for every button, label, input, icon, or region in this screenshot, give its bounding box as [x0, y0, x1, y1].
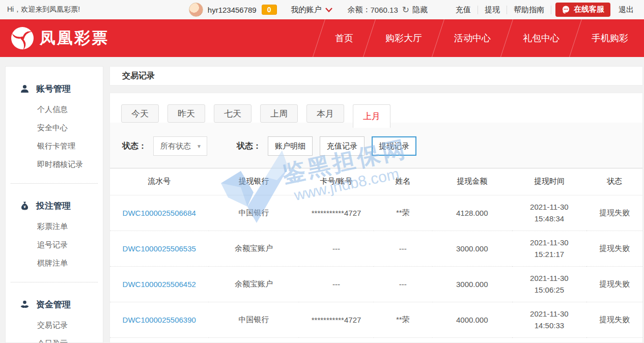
- table-row: DWC1000025506684 中国银行 ***********4727 **…: [110, 195, 642, 231]
- sidebar-section-title: 投注管理: [36, 200, 71, 212]
- bank-cell: 余额宝账户: [209, 231, 299, 266]
- moneybag-icon: ¥: [20, 201, 30, 211]
- sidebar-item-today-pnl[interactable]: 今日盈亏: [37, 339, 103, 343]
- sidebar-item-transaction-records[interactable]: 交易记录: [37, 321, 103, 329]
- filter-recharge-records-button[interactable]: 充值记录: [320, 136, 365, 156]
- funds-icon: [20, 300, 30, 309]
- tab-yesterday[interactable]: 昨天: [167, 104, 205, 123]
- status-select[interactable]: 所有状态 ▼: [153, 136, 207, 156]
- col-name: 姓名: [374, 168, 432, 195]
- topbar-right: hyr123456789 0 我的账户 余额： 7060.13 ↻ 隐藏 充值 …: [189, 3, 637, 17]
- message-count-badge[interactable]: 0: [262, 5, 277, 15]
- username: hyr123456789: [208, 6, 257, 14]
- tab-last-week[interactable]: 上周: [260, 104, 298, 123]
- name-cell: ---: [374, 266, 432, 302]
- col-serial: 流水号: [110, 168, 209, 195]
- bank-cell: 余额宝账户: [209, 266, 299, 302]
- sidebar-item-security-center[interactable]: 安全中心: [37, 124, 103, 131]
- sidebar-item-bank-card[interactable]: 银行卡管理: [37, 142, 103, 150]
- status-cell: 提现失败: [586, 195, 642, 231]
- type-filter-label: 状态：: [237, 141, 261, 152]
- status-cell: 提现失败: [586, 302, 642, 337]
- user-icon: [20, 84, 30, 94]
- my-account-menu[interactable]: 我的账户: [291, 5, 332, 15]
- sidebar-item-chase-records[interactable]: 追号记录: [37, 241, 103, 248]
- bank-cell: 中国银行: [209, 302, 299, 337]
- my-account-label: 我的账户: [291, 5, 322, 15]
- sidebar-item-lottery-orders[interactable]: 彩票注单: [37, 222, 103, 230]
- col-bank: 提现银行: [209, 168, 299, 195]
- nav-item-mobile[interactable]: 手机购彩: [576, 19, 644, 57]
- amount-cell: 3000.000: [432, 266, 512, 302]
- refresh-icon[interactable]: ↻: [402, 5, 409, 15]
- help-guide-link[interactable]: 帮助指南: [507, 5, 551, 15]
- nav-item-home[interactable]: 首页: [319, 19, 369, 57]
- col-card: 卡号/账号: [299, 168, 373, 195]
- records-table: 流水号 提现银行 卡号/账号 姓名 提现金额 提现时间 状态 DWC100002…: [110, 168, 642, 338]
- amount-cell: 4128.000: [432, 195, 512, 231]
- nav-item-activity-center[interactable]: 活动中心: [438, 19, 507, 57]
- nav-item-gift-center[interactable]: 礼包中心: [507, 19, 575, 57]
- time-cell: 2021-11-3015:21:17: [512, 231, 586, 266]
- chevron-down-icon: [325, 8, 332, 12]
- status-filter-label: 状态：: [122, 141, 147, 152]
- sidebar-divider: [11, 282, 98, 282]
- topbar-links: 充值 提现 帮助指南: [449, 5, 551, 15]
- sidebar-section-account: 账号管理: [20, 83, 103, 95]
- divider: [551, 6, 551, 14]
- status-cell: 提现失败: [586, 231, 642, 266]
- online-service-button[interactable]: 在线客服: [555, 3, 610, 17]
- records-panel: 今天 昨天 七天 上周 本月 上月 状态： 所有状态 ▼ 状态： 账户明细 充值…: [109, 93, 643, 343]
- sidebar-item-personal-info[interactable]: 个人信息: [37, 105, 103, 113]
- sidebar-divider: [11, 183, 98, 184]
- card-cell: ---: [299, 266, 373, 302]
- welcome-text: Hi，欢迎来到凤凰彩票!: [7, 5, 80, 14]
- withdraw-link[interactable]: 提现: [478, 5, 507, 15]
- nav-menu: 首页 购彩大厅 活动中心 礼包中心 手机购彩: [319, 19, 644, 57]
- sidebar-item-audit-record[interactable]: 即时稽核记录: [37, 160, 103, 168]
- sidebar-section-title: 账号管理: [36, 83, 71, 95]
- sidebar-section-betting: ¥ 投注管理: [20, 200, 103, 212]
- serial-link[interactable]: DWC1000025506390: [123, 316, 196, 324]
- table-header-row: 流水号 提现银行 卡号/账号 姓名 提现金额 提现时间 状态: [110, 168, 642, 195]
- hide-balance-link[interactable]: 隐藏: [412, 5, 428, 15]
- svg-text:¥: ¥: [23, 205, 26, 209]
- amount-cell: 4000.000: [432, 302, 512, 337]
- logout-link[interactable]: 退出: [614, 5, 637, 15]
- headset-icon: [562, 5, 570, 14]
- avatar[interactable]: [189, 3, 203, 17]
- table-row: DWC1000025506452 余额宝账户 --- --- 3000.000 …: [110, 266, 642, 302]
- main-column: 交易记录 今天 昨天 七天 上周 本月 上月 状态： 所有状态 ▼ 状态： 账户…: [109, 66, 643, 343]
- tab-today[interactable]: 今天: [121, 104, 159, 123]
- brand-name: 凤凰彩票: [40, 27, 109, 49]
- status-select-value: 所有状态: [160, 141, 191, 151]
- card-cell: ***********4727: [299, 195, 373, 231]
- topbar: Hi，欢迎来到凤凰彩票! hyr123456789 0 我的账户 余额： 706…: [0, 0, 644, 19]
- content-area: 账号管理 个人信息 安全中心 银行卡管理 即时稽核记录 ¥ 投注管理 彩票注单 …: [0, 57, 644, 343]
- card-cell: ***********4727: [299, 302, 373, 337]
- status-cell: 提现失败: [586, 266, 642, 302]
- serial-link[interactable]: DWC1000025506535: [123, 244, 196, 253]
- nav-item-lottery-hall[interactable]: 购彩大厅: [370, 19, 438, 57]
- time-cell: 2021-11-3014:50:33: [512, 302, 586, 337]
- tab-this-month[interactable]: 本月: [306, 104, 344, 123]
- balance-label: 余额：: [348, 5, 371, 15]
- phoenix-logo-icon: [10, 26, 35, 50]
- filter-withdraw-records-button[interactable]: 提现记录: [372, 136, 416, 156]
- brand-logo[interactable]: 凤凰彩票: [10, 26, 109, 50]
- name-cell: **荣: [374, 302, 432, 337]
- serial-link[interactable]: DWC1000025506684: [123, 209, 196, 217]
- bank-cell: 中国银行: [209, 195, 299, 231]
- tab-last-month[interactable]: 上月: [353, 104, 390, 128]
- serial-link[interactable]: DWC1000025506452: [123, 280, 196, 289]
- online-service-label: 在线客服: [574, 5, 604, 14]
- time-cell: 2021-11-3015:48:34: [512, 195, 586, 231]
- recharge-link[interactable]: 充值: [449, 5, 478, 15]
- sidebar-item-board-orders[interactable]: 棋牌注单: [37, 259, 103, 267]
- sidebar-section-funds: 资金管理: [20, 299, 103, 310]
- balance-value: 7060.13: [371, 6, 398, 14]
- table-row: DWC1000025506390 中国银行 ***********4727 **…: [110, 302, 642, 337]
- filter-bar: 状态： 所有状态 ▼ 状态： 账户明细 充值记录 提现记录: [110, 123, 642, 168]
- tab-seven-days[interactable]: 七天: [214, 104, 251, 123]
- filter-account-detail-button[interactable]: 账户明细: [268, 136, 313, 156]
